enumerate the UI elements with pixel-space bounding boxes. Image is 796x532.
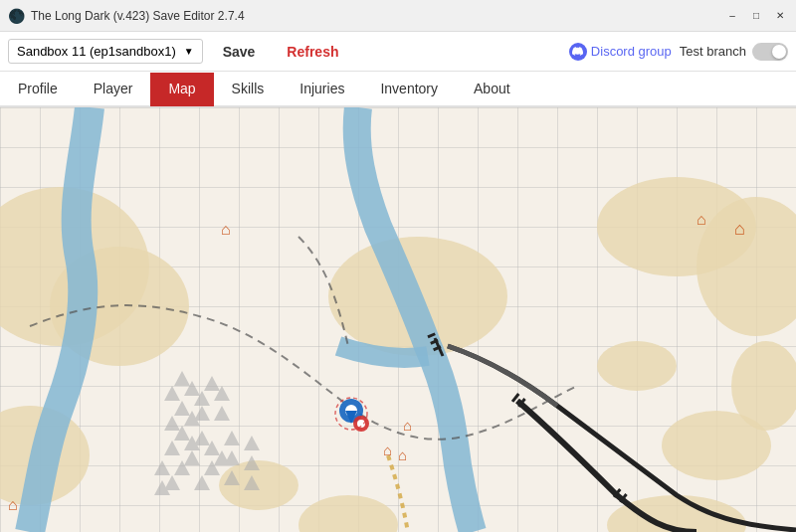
svg-point-6 xyxy=(597,341,677,391)
svg-marker-35 xyxy=(224,431,240,445)
tab-injuries[interactable]: Injuries xyxy=(282,73,362,106)
toolbar: Sandbox 11 (ep1sandbox1) ▼ Save Refresh … xyxy=(0,32,796,72)
save-button[interactable]: Save xyxy=(211,40,268,64)
refresh-button[interactable]: Refresh xyxy=(275,40,350,64)
svg-text:⌂: ⌂ xyxy=(383,442,392,458)
svg-marker-39 xyxy=(194,475,210,490)
discord-icon xyxy=(569,43,587,61)
svg-marker-36 xyxy=(224,450,240,465)
chevron-down-icon: ▼ xyxy=(184,46,194,57)
map-svg: ⌂ ⌂ ⌂ ⌂ ⌂ ⌂ ⌂ xyxy=(0,107,796,532)
svg-marker-31 xyxy=(164,441,180,455)
svg-marker-20 xyxy=(174,401,190,416)
svg-marker-40 xyxy=(244,436,260,450)
svg-text:⌂: ⌂ xyxy=(403,417,412,434)
svg-marker-44 xyxy=(154,460,170,475)
sandbox-value: Sandbox 11 (ep1sandbox1) xyxy=(17,44,176,59)
titlebar-left: 🌑 The Long Dark (v.423) Save Editor 2.7.… xyxy=(8,8,245,24)
svg-text:⌂: ⌂ xyxy=(8,496,18,513)
window-controls: – □ ✕ xyxy=(724,8,788,24)
maximize-button[interactable]: □ xyxy=(748,8,764,24)
svg-marker-18 xyxy=(164,386,180,401)
tab-skills[interactable]: Skills xyxy=(214,73,283,106)
svg-marker-23 xyxy=(204,376,220,391)
tab-about[interactable]: About xyxy=(456,73,528,106)
discord-label: Discord group xyxy=(591,44,672,59)
discord-link[interactable]: Discord group xyxy=(569,43,672,61)
svg-point-10 xyxy=(298,495,398,532)
svg-marker-32 xyxy=(184,450,200,465)
svg-marker-29 xyxy=(194,431,210,445)
tab-player[interactable]: Player xyxy=(76,73,151,106)
svg-text:⌂: ⌂ xyxy=(696,211,706,228)
svg-marker-22 xyxy=(164,416,180,431)
svg-text:⌂: ⌂ xyxy=(398,446,407,463)
svg-marker-25 xyxy=(194,406,210,421)
branch-toggle-switch[interactable] xyxy=(752,43,788,61)
tab-map[interactable]: Map xyxy=(150,73,213,106)
app-icon: 🌑 xyxy=(8,8,25,24)
svg-marker-16 xyxy=(174,371,190,386)
tab-bar: Profile Player Map Skills Injuries Inven… xyxy=(0,72,796,107)
sandbox-select[interactable]: Sandbox 11 (ep1sandbox1) ▼ xyxy=(8,39,203,64)
map-container[interactable]: ⌂ ⌂ ⌂ ⌂ ⌂ ⌂ ⌂ xyxy=(0,107,796,532)
svg-text:⌂: ⌂ xyxy=(734,219,745,239)
svg-text:⌂: ⌂ xyxy=(221,221,231,238)
tab-profile[interactable]: Profile xyxy=(0,73,76,106)
toggle-knob xyxy=(772,45,786,59)
svg-marker-28 xyxy=(214,406,230,421)
test-branch-label: Test branch xyxy=(680,44,746,59)
app-title: The Long Dark (v.423) Save Editor 2.7.4 xyxy=(31,9,245,23)
titlebar: 🌑 The Long Dark (v.423) Save Editor 2.7.… xyxy=(0,0,796,32)
tab-inventory[interactable]: Inventory xyxy=(362,73,456,106)
svg-marker-43 xyxy=(164,475,180,490)
minimize-button[interactable]: – xyxy=(724,8,740,24)
test-branch-toggle[interactable]: Test branch xyxy=(680,43,788,61)
close-button[interactable]: ✕ xyxy=(772,8,788,24)
